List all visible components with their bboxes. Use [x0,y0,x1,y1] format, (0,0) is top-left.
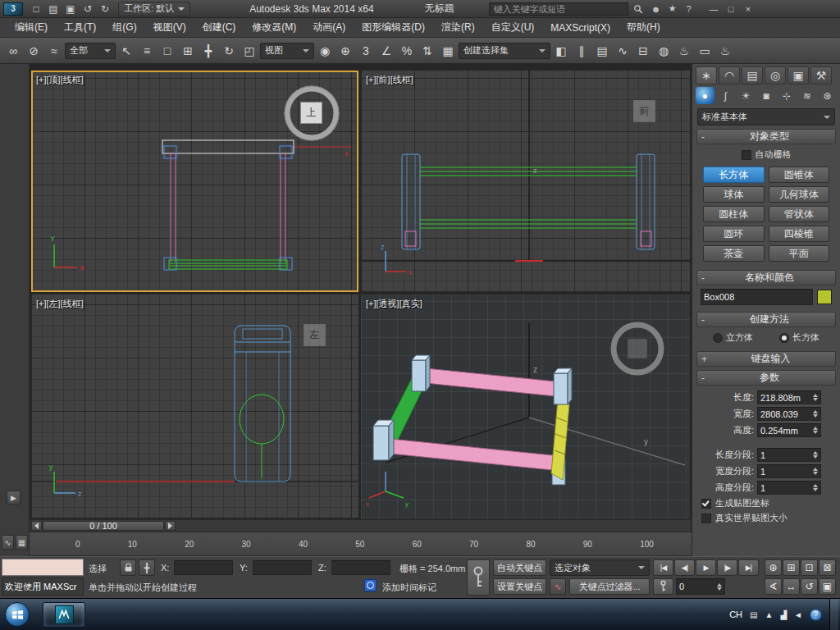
set-key-button[interactable]: 设置关键点 [493,578,546,595]
viewport-label[interactable]: [+][顶][线框] [36,74,84,86]
key-mode-toggle-button[interactable] [653,578,673,595]
show-selection-range-icon[interactable]: ▦ [16,535,28,550]
save-file-icon[interactable]: ▣ [62,2,79,16]
render-production-icon[interactable]: ♨ [715,41,735,61]
parameter-checkbox[interactable] [701,499,711,509]
primitive-type-dropdown[interactable]: 标准基本体 [697,108,835,126]
help-tray-icon[interactable]: ? [810,609,822,621]
key-filters-button[interactable]: 关键点过滤器... [569,578,650,595]
angle-snap-icon[interactable]: ∠ [377,41,396,61]
segment-spinner[interactable]: 1 [757,481,821,495]
parameter-spinner[interactable]: 0.254mm [757,423,821,437]
layer-manager-icon[interactable]: ▤ [592,41,612,61]
primitive-button[interactable]: 圆锥体 [769,167,830,183]
creation-method-radio[interactable] [779,333,789,343]
menu-item[interactable]: 修改器(M) [244,18,304,37]
category-systems-icon[interactable]: ⊛ [818,87,837,104]
close-button[interactable]: × [740,2,757,16]
primitive-button[interactable]: 圆环 [703,226,765,242]
3ds-max-taskbar-button[interactable] [43,602,85,628]
zoom-all-icon[interactable]: ⊞ [783,559,800,576]
viewport-top[interactable]: x Y X [31,71,358,292]
new-file-icon[interactable]: □ [28,2,44,16]
current-frame-field[interactable]: 0 [676,578,725,595]
select-by-name-icon[interactable]: ≡ [137,41,157,61]
default-in-out-tangents-icon[interactable]: ∿ [550,578,566,595]
autogrid-checkbox[interactable] [742,150,751,160]
macro-recorder-field[interactable] [2,559,84,576]
rollout-creation-method-header[interactable]: 创建方法 [696,312,836,327]
network-icon[interactable]: ▟ [780,610,787,619]
primitive-button[interactable]: 长方体 [703,167,765,183]
viewport-perspective-canvas[interactable]: z y [361,294,690,518]
named-selection-sets-dropdown[interactable]: 创建选择集 [459,43,550,59]
viewport-label[interactable]: [+][前][线框] [366,74,413,86]
category-geometry-icon[interactable]: ● [696,87,714,104]
z-coordinate-field[interactable] [331,560,390,575]
category-shapes-icon[interactable]: ∫ [716,87,735,104]
tab-hierarchy[interactable]: ▤ [742,66,763,84]
material-editor-icon[interactable]: ◍ [654,41,673,61]
restore-button[interactable]: □ [723,2,740,16]
menu-item[interactable]: 图形编辑器(D) [354,18,433,37]
start-button[interactable] [5,602,30,627]
minimize-button[interactable]: — [705,2,723,16]
rollout-keyboard-entry-header[interactable]: 键盘输入 [696,351,836,367]
3ds-max-logo-icon[interactable]: 3 [3,2,23,16]
viewcube-perspective[interactable] [628,339,647,358]
favorites-icon[interactable]: ★ [664,2,681,16]
window-crossing-icon[interactable]: ⊞ [178,41,198,61]
expand-arrow-button[interactable]: ▶ [7,491,21,504]
primitive-button[interactable]: 平面 [769,245,830,262]
viewcube-left[interactable]: 左 [304,324,326,346]
rollout-parameters-header[interactable]: 参数 [696,370,836,386]
add-time-tag-button[interactable]: 添加时间标记 [382,582,436,594]
select-and-manipulate-icon[interactable]: ⊕ [336,41,355,61]
curve-editor-icon[interactable]: ∿ [613,41,632,61]
previous-frame-arrow[interactable] [31,521,42,531]
object-name-field[interactable]: Box008 [701,289,813,305]
mirror-icon[interactable]: ◧ [551,41,571,61]
primitive-button[interactable]: 球体 [703,186,765,203]
tab-display[interactable]: ▣ [788,66,809,84]
maximize-viewport-toggle-icon[interactable]: ▣ [819,578,836,595]
zoom-extents-icon[interactable]: ⊡ [801,559,818,576]
previous-frame-button[interactable]: ◀| [674,559,695,576]
schematic-view-icon[interactable]: ⊟ [633,41,653,61]
select-object-icon[interactable]: ↖ [116,41,136,61]
infocenter-search-input[interactable] [489,2,628,16]
menu-item[interactable]: 视图(V) [145,18,194,37]
viewport-perspective[interactable]: z y [361,294,690,518]
next-frame-arrow[interactable] [165,521,176,531]
viewcube-front[interactable]: 前 [633,100,655,122]
zoom-extents-all-icon[interactable]: ⊠ [819,559,836,576]
creation-method-option[interactable]: 长方体 [779,331,819,344]
volume-icon[interactable]: ◄ [794,610,802,619]
snaps-toggle-icon[interactable]: 3 [356,41,376,61]
reference-coordinate-dropdown[interactable]: 视图 [260,43,314,59]
open-mini-curve-editor-icon[interactable]: ∿ [2,535,14,550]
primitive-button[interactable]: 四棱锥 [769,226,830,242]
auto-key-button[interactable]: 自动关键点 [493,559,546,576]
align-icon[interactable]: ∥ [572,41,591,61]
viewport-label[interactable]: [+][左][线框] [36,298,84,310]
selection-lock-toggle[interactable] [120,559,136,576]
viewport-left[interactable]: y z [+][左][线框] 左 [31,294,358,518]
zoom-icon[interactable]: ⊕ [765,559,782,576]
menu-item[interactable]: 组(G) [104,18,144,37]
segment-spinner[interactable]: 1 [757,448,821,462]
rollout-name-color-header[interactable]: 名称和颜色 [696,270,836,285]
unlink-selection-icon[interactable]: ⊘ [24,41,43,61]
rectangular-selection-region-icon[interactable]: □ [158,41,177,61]
use-pivot-point-icon[interactable]: ◉ [315,41,335,61]
parameter-spinner[interactable]: 218.808m [757,390,821,404]
pan-icon[interactable]: ↔ [783,578,800,595]
viewport-front[interactable]: z z [361,71,690,292]
category-cameras-icon[interactable]: ◙ [757,87,776,104]
hidden-icons-icon[interactable]: ▲ [765,610,773,619]
select-and-move-icon[interactable]: ╋ [199,41,218,61]
percent-snap-icon[interactable]: % [397,41,417,61]
ime-icon[interactable]: ▤ [750,610,757,619]
tab-create[interactable]: ∗ [696,66,717,84]
time-tag-icon[interactable] [364,579,377,591]
